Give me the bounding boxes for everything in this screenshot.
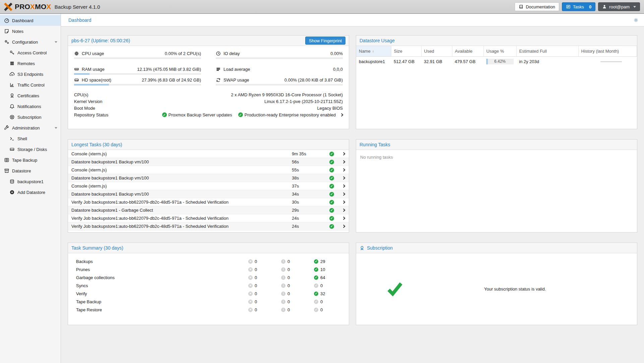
swap-refresh-icon: [216, 77, 221, 83]
task-row[interactable]: Verify Job backupstore1:auto-bb622079-db…: [68, 198, 349, 206]
documentation-button[interactable]: Documentation: [515, 2, 559, 11]
sidebar-item-notifications[interactable]: Notifications: [0, 101, 61, 112]
sidebar-item-s3-endpoints[interactable]: S3 Endpoints: [0, 69, 61, 80]
task-row[interactable]: Console (xterm.js)55s: [68, 166, 349, 174]
column-header-usage-pct[interactable]: Usage %: [484, 46, 516, 56]
chevron-down-icon: [633, 6, 636, 8]
sidebar-item-access-control[interactable]: Access Control: [0, 47, 61, 58]
chevron-right-icon[interactable]: [342, 201, 345, 204]
sidebar-item-backupstore1[interactable]: backupstore1: [0, 176, 61, 187]
check-circle-icon: [329, 160, 334, 164]
check-circle-icon: [329, 192, 334, 197]
cpu-usage-bar: [74, 57, 201, 59]
brand-wordmark: PROXMOX: [15, 3, 51, 11]
error-circle-icon: [248, 259, 253, 264]
running-tasks-panel: Running Tasks No running tasks: [356, 139, 637, 232]
chevron-right-icon[interactable]: [340, 113, 343, 116]
chevron-right-icon[interactable]: [342, 225, 345, 228]
swap-usage-bar: [216, 84, 343, 86]
datastore-history-cell: [578, 56, 637, 67]
chevron-right-icon[interactable]: [342, 217, 345, 220]
book-icon: [519, 4, 523, 9]
user-menu-button[interactable]: root@pam: [598, 2, 640, 11]
task-row[interactable]: Datastore backupstore1 - Garbage Collect…: [68, 206, 349, 214]
datastore-usage-table: Name↑ Size Used Available Usage % Estima…: [356, 46, 637, 67]
ok-circle-icon: [314, 283, 318, 288]
top-header-bar: PROXMOX Backup Server 4.1.0 Documentatio…: [0, 0, 644, 14]
show-fingerprint-button[interactable]: Show Fingerprint: [305, 37, 345, 45]
sidebar-item-add-datastore[interactable]: Add Datastore: [0, 187, 61, 198]
chevron-right-icon[interactable]: [342, 209, 345, 212]
summary-row-prunes: Prunes0010: [68, 265, 349, 273]
usage-progressbar: 6.42%: [486, 59, 514, 64]
chevron-right-icon[interactable]: [342, 152, 345, 156]
check-circle-icon: [238, 112, 243, 117]
cloud-upload-icon: [9, 71, 15, 77]
column-header-available[interactable]: Available: [452, 46, 484, 56]
chevron-right-icon[interactable]: [342, 160, 345, 164]
sidebar-item-administration[interactable]: Administration: [0, 122, 61, 133]
app-window: PROXMOX Backup Server 4.1.0 Documentatio…: [0, 0, 644, 363]
terminal-icon: [9, 136, 15, 141]
sidebar-item-shell[interactable]: Shell: [0, 133, 61, 144]
column-header-name[interactable]: Name↑: [356, 46, 391, 56]
datastore-usage-title: Datastore Usage: [360, 38, 395, 43]
collapse-arrow-icon[interactable]: [55, 127, 57, 129]
archive-icon: [4, 168, 9, 173]
ok-circle-icon: [314, 292, 318, 296]
datastore-name-cell: backupstore1: [356, 56, 391, 67]
sidebar-item-tape-backup[interactable]: Tape Backup: [0, 155, 61, 165]
datastore-used-cell: 32.91 GB: [421, 56, 452, 67]
sidebar-item-datastore[interactable]: Datastore: [0, 165, 61, 176]
task-row[interactable]: Console (xterm.js)9m 35s: [68, 150, 349, 158]
check-circle-icon: [329, 216, 334, 221]
subscription-title: Subscription: [367, 245, 393, 251]
cpu-usage-gauge: CPU usage0.00% of 2 CPU(s): [74, 50, 201, 59]
dashboard-settings-gear-icon[interactable]: [633, 17, 639, 23]
task-summary-list: Backups0029 Prunes0010 Garbage collectio…: [68, 253, 349, 325]
sidebar-item-certificates[interactable]: Certificates: [0, 90, 61, 101]
sidebar-item-dashboard[interactable]: Dashboard: [0, 15, 61, 26]
task-row[interactable]: Console (xterm.js)37s: [68, 182, 349, 190]
column-header-used[interactable]: Used: [421, 46, 452, 56]
sidebar-item-remotes[interactable]: Remotes: [0, 58, 61, 69]
task-row[interactable]: Verify Job backupstore1:auto-bb622079-db…: [68, 214, 349, 222]
task-summary-title: Task Summary (30 days): [71, 245, 123, 251]
column-header-history[interactable]: History (last Month): [578, 46, 637, 56]
ok-circle-icon: [314, 267, 318, 272]
task-row[interactable]: Datastore backupstore1 Backup vm/10038s: [68, 174, 349, 182]
datastore-row[interactable]: backupstore1 512.47 GB 32.91 GB 479.57 G…: [356, 56, 637, 67]
column-header-size[interactable]: Size: [391, 46, 421, 56]
memory-icon: [74, 67, 79, 72]
big-check-icon: [387, 282, 403, 296]
hdd-icon: [74, 77, 79, 83]
error-circle-icon: [248, 300, 253, 304]
hd-usage-gauge: HD space(root)27.39% (6.83 GB of 24.92 G…: [74, 76, 201, 86]
task-row[interactable]: Verify Job backupstore1:auto-bb622079-db…: [68, 222, 349, 230]
io-delay-bar: [216, 57, 343, 59]
error-circle-icon: [248, 283, 253, 288]
sidebar-item-traffic-control[interactable]: Traffic Control: [0, 80, 61, 90]
chevron-right-icon[interactable]: [342, 168, 345, 172]
check-circle-icon: [329, 200, 334, 205]
sidebar-item-storage-disks[interactable]: Storage / Disks: [0, 144, 61, 155]
tasks-button[interactable]: Tasks 0: [562, 2, 595, 11]
chevron-right-icon[interactable]: [342, 193, 345, 196]
award-ribbon-icon: [360, 246, 365, 251]
datastore-estimated-full-cell: in 2y 203d: [516, 56, 578, 67]
key-icon: [9, 50, 15, 55]
task-summary-panel: Task Summary (30 days) Backups0029 Prune…: [68, 243, 349, 325]
sidebar-item-subscription[interactable]: Subscription: [0, 112, 61, 122]
task-row[interactable]: Datastore backupstore1 Backup vm/10034s: [68, 190, 349, 198]
subscription-status-text: Your subscription status is valid.: [403, 287, 627, 292]
task-row[interactable]: Datastore backupstore1 Backup vm/10056s: [68, 158, 349, 166]
chevron-right-icon[interactable]: [342, 176, 345, 180]
user-icon: [602, 4, 607, 9]
chevron-right-icon[interactable]: [342, 185, 345, 188]
column-header-estimated-full[interactable]: Estimated Full: [516, 46, 578, 56]
cpu-icon: [74, 51, 79, 56]
sidebar-item-notes[interactable]: Notes: [0, 26, 61, 37]
collapse-arrow-icon[interactable]: [55, 41, 57, 43]
drive-icon: [9, 147, 15, 152]
sidebar-item-configuration[interactable]: Configuration: [0, 37, 61, 47]
